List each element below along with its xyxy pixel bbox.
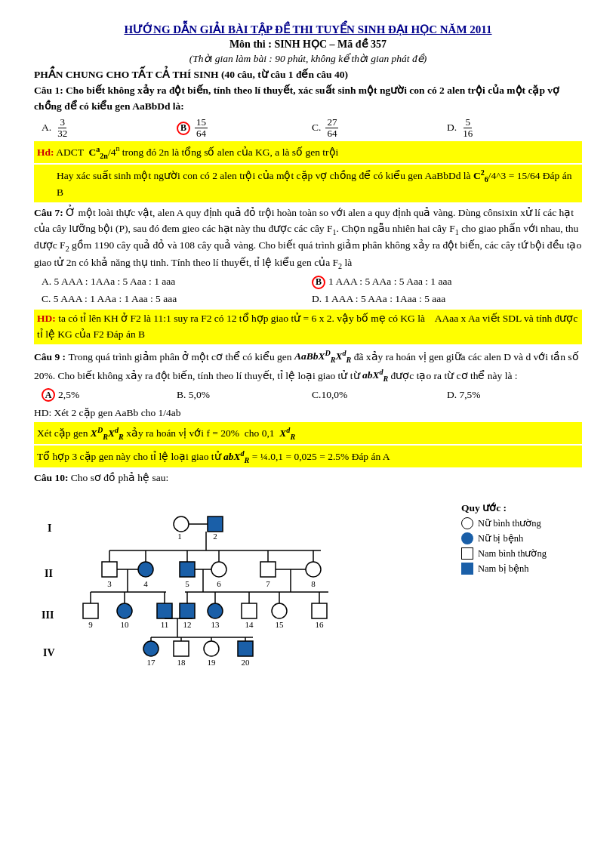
svg-text:3: 3 (107, 579, 112, 588)
svg-text:7: 7 (266, 579, 270, 588)
q9-hd3: Tổ hợp 3 cặp gen này cho tỉ lệ loại giao… (34, 446, 582, 467)
svg-text:I: I (48, 523, 51, 534)
q1-hd: Hd: ADCT Ca2n/4n trong đó 2n là tổng số … (34, 141, 582, 163)
svg-text:II: II (45, 568, 53, 579)
symbol-circle-filled (461, 532, 473, 544)
svg-rect-17 (180, 562, 195, 577)
q7-correct-circle: B (312, 276, 325, 289)
svg-rect-73 (238, 641, 253, 656)
svg-point-27 (306, 562, 321, 577)
svg-point-20 (211, 562, 226, 577)
legend-female-sick: Nữ bị bệnh (461, 532, 582, 544)
legend-title: Quy ước : (461, 501, 582, 514)
q9-answer-d: D. 7,5% (447, 387, 582, 403)
svg-point-39 (117, 603, 132, 618)
legend-male-normal: Nam bình thường (461, 547, 582, 560)
question-9: Câu 9 : Trong quá trình giảm phân ở một … (34, 347, 582, 467)
svg-text:5: 5 (185, 579, 189, 588)
svg-point-49 (208, 603, 223, 618)
q9-hd2: Xét cặp gen XDRXdR xảy ra hoán vị với f … (34, 422, 582, 444)
svg-rect-67 (174, 641, 189, 656)
q9-answer-b: B. 5,0% (177, 387, 312, 403)
svg-point-14 (138, 562, 153, 577)
svg-text:16: 16 (316, 620, 325, 629)
symbol-square-filled (461, 563, 473, 575)
svg-text:19: 19 (208, 658, 217, 667)
legend-male-sick: Nam bị bệnh (461, 563, 582, 575)
svg-text:2: 2 (213, 532, 217, 541)
svg-point-55 (272, 603, 287, 618)
main-title: HƯỚNG DẪN GIẢI BÀI TẬP ĐỀ THI TUYỂN SINH… (34, 23, 582, 36)
svg-point-70 (204, 641, 219, 656)
q1-answer-b: B 1564 (177, 117, 312, 140)
symbol-circle-empty (461, 517, 473, 529)
svg-text:10: 10 (121, 620, 130, 629)
q9-answer-c: C.10,0% (312, 387, 447, 403)
svg-text:III: III (42, 609, 54, 621)
pedigree-section: I II III IV 1 2 3 4 5 6 (34, 490, 582, 671)
svg-rect-11 (102, 562, 117, 577)
svg-text:12: 12 (183, 620, 192, 629)
q1-answer-d: D. 516 (447, 117, 582, 140)
svg-text:17: 17 (147, 658, 156, 667)
svg-text:18: 18 (177, 658, 186, 667)
q1-answer-c: C. 2764 (312, 117, 447, 140)
question-7: Câu 7: Ở một loài thực vật, alen A quy đ… (34, 205, 582, 344)
svg-text:20: 20 (242, 658, 251, 667)
svg-rect-36 (83, 603, 98, 618)
svg-text:4: 4 (143, 579, 148, 588)
q9-answer-a: A 2,5% (42, 387, 177, 403)
legend-female-normal: Nữ bình thường (461, 517, 582, 529)
svg-rect-58 (312, 603, 327, 618)
q1-correct-circle: B (177, 122, 190, 135)
q7-answer-c: C. 5 AAA : 1 AAa : 1 Aaa : 5 aaa (42, 291, 312, 307)
q7-answer-b: B 1 AAA : 5 AAa : 5 Aaa : 1 aaa (312, 274, 582, 290)
q1-answers: A. 332 B 1564 C. 2764 D. 516 (42, 117, 582, 140)
svg-text:14: 14 (245, 620, 254, 629)
svg-text:15: 15 (276, 620, 285, 629)
q7-answer-d: D. 1 AAA : 5 AAa : 1Aaa : 5 aaa (312, 291, 582, 307)
svg-point-4 (174, 517, 189, 532)
svg-text:IV: IV (43, 647, 55, 658)
svg-text:9: 9 (88, 620, 93, 629)
svg-rect-42 (157, 603, 172, 618)
svg-rect-24 (260, 562, 276, 577)
subtitle: Môn thi : SINH HỌC – Mã đề 357 (34, 38, 582, 51)
q1-text: Câu 1: Cho biết không xảy ra đột biến, t… (34, 85, 559, 112)
q7-answers: A. 5 AAA : 1AAa : 5 Aaa : 1 aaa B 1 AAA … (42, 274, 582, 307)
svg-rect-52 (242, 603, 257, 618)
svg-text:8: 8 (311, 579, 316, 588)
time-note: (Thời gian làm bài : 90 phút, không kể t… (34, 52, 582, 65)
q9-correct-circle: A (42, 388, 55, 402)
q9-answers: A 2,5% B. 5,0% C.10,0% D. 7,5% (42, 387, 582, 403)
q7-answer-a: A. 5 AAA : 1AAa : 5 Aaa : 1 aaa (42, 274, 312, 290)
q9-hd1: HD: Xét 2 cặp gen AaBb cho 1/4ab (34, 405, 582, 421)
svg-text:1: 1 (177, 532, 182, 541)
question-10: Câu 10: Cho sơ đồ phả hệ sau: (34, 470, 582, 486)
q7-hd: HD: ta có tỉ lên KH ở F2 là 11:1 suy ra … (34, 310, 582, 344)
svg-text:6: 6 (217, 579, 221, 588)
symbol-square-empty (461, 547, 473, 560)
pedigree-chart: I II III IV 1 2 3 4 5 6 (34, 490, 359, 671)
svg-rect-46 (180, 603, 195, 618)
q1-hd2: Hay xác suất sinh một người con có 2 ale… (34, 165, 582, 202)
section-header: PHẦN CHUNG CHO TẤT CẢ THÍ SINH (40 câu, … (34, 68, 582, 81)
svg-text:11: 11 (161, 620, 169, 629)
pedigree-legend: Quy ước : Nữ bình thường Nữ bị bệnh Nam … (461, 501, 582, 578)
svg-rect-7 (208, 517, 223, 532)
svg-point-64 (143, 641, 159, 656)
svg-text:13: 13 (211, 620, 220, 629)
q1-answer-a: A. 332 (42, 117, 177, 140)
question-1: Câu 1: Cho biết không xảy ra đột biến, t… (34, 83, 582, 202)
